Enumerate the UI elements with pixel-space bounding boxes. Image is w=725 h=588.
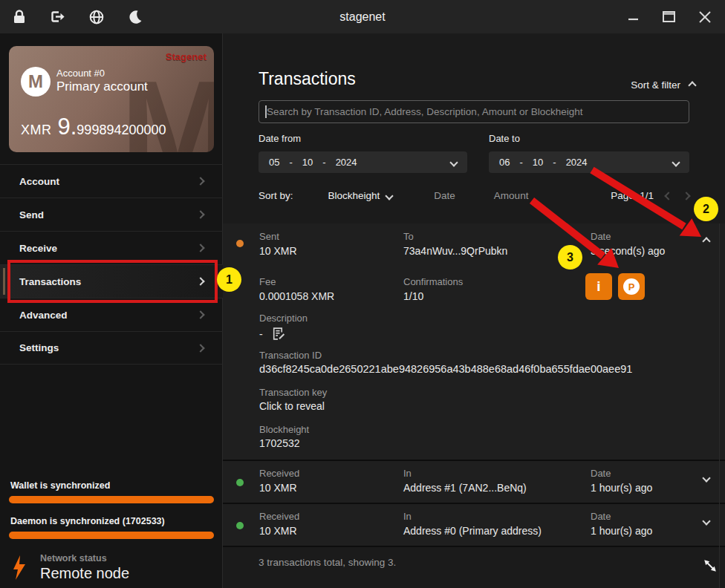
chevron-right-icon bbox=[196, 210, 204, 218]
txid-label: Transaction ID bbox=[259, 350, 322, 361]
sent-status-dot bbox=[236, 240, 244, 247]
to-label: To bbox=[403, 231, 414, 242]
txid-value: d36cf8245ca0de2650221abe94826956a43b488e… bbox=[259, 363, 632, 375]
network-status-block[interactable]: Network status Remote node bbox=[12, 553, 129, 582]
titlebar: stagenet bbox=[0, 0, 725, 33]
minimize-button[interactable] bbox=[627, 10, 640, 24]
chevron-right-icon bbox=[196, 177, 204, 185]
moon-icon[interactable] bbox=[126, 8, 144, 26]
monero-logo-icon: M bbox=[21, 67, 51, 97]
page-prev-icon[interactable] bbox=[664, 192, 672, 200]
search-wrap bbox=[259, 100, 689, 123]
daemon-sync-status: Daemon is synchronized (1702533) bbox=[10, 516, 165, 526]
account-number: Account #0 bbox=[56, 68, 105, 79]
sort-filter-toggle[interactable]: Sort & filter bbox=[631, 79, 695, 91]
date-value: 1 hour(s) ago bbox=[591, 482, 652, 494]
date-label: Date bbox=[591, 468, 611, 479]
expand-row-icon[interactable] bbox=[702, 474, 710, 482]
edit-description-icon[interactable] bbox=[270, 326, 286, 342]
sidebar-item-receive[interactable]: Receive bbox=[0, 231, 223, 264]
sidebar-item-account[interactable]: Account bbox=[0, 164, 223, 197]
blockheight-label: Blockheight bbox=[259, 424, 309, 435]
daemon-sync-bar bbox=[9, 532, 214, 539]
resize-cursor-icon bbox=[702, 558, 718, 577]
txkey-reveal[interactable]: Click to reveal bbox=[259, 400, 325, 412]
search-input[interactable] bbox=[259, 100, 689, 123]
sidebar-item-settings[interactable]: Settings bbox=[0, 331, 223, 365]
network-badge: Stagenet bbox=[166, 51, 207, 62]
in-label: In bbox=[403, 468, 412, 479]
date-from-select[interactable]: 05-10-2024 bbox=[259, 151, 467, 173]
sidebar: M Stagenet M Account #0 Primary account … bbox=[0, 33, 223, 588]
sort-option-blockheight[interactable]: Blockheight bbox=[328, 190, 393, 201]
page-next-icon[interactable] bbox=[682, 192, 690, 200]
balance-fraction: 999894200000 bbox=[77, 122, 166, 138]
description-value: - bbox=[259, 328, 263, 340]
logout-icon[interactable] bbox=[49, 8, 67, 26]
balance: XMR 9. 999894200000 bbox=[21, 114, 166, 140]
wallet-sync-status: Wallet is synchronized bbox=[10, 480, 110, 491]
received-status-dot bbox=[236, 522, 244, 529]
transaction-row-received-2[interactable]: Received 10 XMR In Address #0 (Primary a… bbox=[223, 504, 725, 547]
chevron-down-icon bbox=[386, 192, 394, 200]
expand-row-icon[interactable] bbox=[702, 517, 710, 525]
in-address: Address #1 (7AN2...BeNq) bbox=[403, 482, 527, 494]
main-panel: Transactions Sort & filter Date from Dat… bbox=[223, 33, 725, 588]
tx-details-button[interactable]: i bbox=[585, 273, 612, 300]
tx-proof-button[interactable]: P bbox=[618, 273, 645, 300]
transaction-row-sent[interactable]: Sent 10 XMR To 73a4nWuv...9QrPubkn Date … bbox=[223, 223, 725, 461]
date-to-select[interactable]: 06-10-2024 bbox=[489, 151, 689, 173]
chevron-up-icon bbox=[688, 81, 696, 89]
sidebar-nav: Account Send Receive Transactions Advanc… bbox=[0, 164, 223, 365]
sort-by-label: Sort by: bbox=[259, 190, 293, 201]
wallet-sync-bar bbox=[9, 496, 214, 503]
chevron-down-icon bbox=[672, 158, 680, 166]
balance-currency: XMR bbox=[21, 122, 52, 138]
date-value: 1 hour(s) ago bbox=[591, 525, 652, 537]
fee-value: 0.0001058 XMR bbox=[259, 290, 334, 302]
close-button[interactable] bbox=[698, 10, 712, 24]
page-indicator: Page: 1/1 bbox=[611, 190, 654, 201]
txkey-label: Transaction key bbox=[259, 387, 327, 398]
chevron-down-icon bbox=[449, 158, 458, 166]
network-status-label: Network status bbox=[40, 553, 129, 564]
received-status-dot bbox=[236, 479, 244, 486]
in-address: Address #0 (Primary address) bbox=[403, 525, 542, 537]
text-caret bbox=[265, 105, 267, 118]
sidebar-item-advanced[interactable]: Advanced bbox=[0, 298, 223, 331]
sent-amount: 10 XMR bbox=[259, 245, 297, 257]
transaction-list: Sent 10 XMR To 73a4nWuv...9QrPubkn Date … bbox=[223, 223, 725, 547]
description-label: Description bbox=[259, 313, 308, 324]
blockheight-value: 1702532 bbox=[259, 437, 300, 449]
fee-label: Fee bbox=[259, 276, 276, 287]
to-address: 73a4nWuv...9QrPubkn bbox=[403, 245, 507, 257]
confirmations-value: 1/10 bbox=[403, 290, 423, 302]
date-value: 3 second(s) ago bbox=[591, 245, 665, 257]
lightning-bolt-icon bbox=[12, 555, 27, 580]
scroll-edge bbox=[719, 223, 720, 588]
date-from-label: Date from bbox=[259, 133, 301, 144]
account-card: M Stagenet M Account #0 Primary account … bbox=[9, 46, 214, 152]
chevron-right-icon bbox=[196, 244, 204, 252]
date-label: Date bbox=[591, 511, 611, 522]
account-name: Primary account bbox=[56, 79, 148, 94]
received-label: Received bbox=[259, 511, 299, 522]
received-amount: 10 XMR bbox=[259, 525, 297, 537]
maximize-button[interactable] bbox=[663, 10, 676, 24]
info-icon: i bbox=[596, 278, 600, 295]
sort-option-amount[interactable]: Amount bbox=[494, 190, 529, 201]
sort-option-date[interactable]: Date bbox=[434, 190, 455, 201]
chevron-right-icon bbox=[196, 277, 204, 285]
transaction-row-received-1[interactable]: Received 10 XMR In Address #1 (7AN2...Be… bbox=[223, 461, 725, 504]
sort-row: Sort by: Blockheight Date Amount Page: 1… bbox=[259, 190, 689, 201]
chevron-right-icon bbox=[196, 344, 204, 352]
collapse-row-icon[interactable] bbox=[702, 237, 710, 245]
transactions-summary: 3 transactions total, showing 3. bbox=[259, 557, 396, 568]
lock-icon[interactable] bbox=[10, 8, 28, 26]
sent-label: Sent bbox=[259, 231, 279, 242]
globe-icon[interactable] bbox=[88, 8, 105, 26]
sidebar-item-transactions[interactable]: Transactions bbox=[0, 264, 223, 298]
sidebar-item-send[interactable]: Send bbox=[0, 197, 223, 231]
received-amount: 10 XMR bbox=[259, 482, 297, 494]
network-status-value: Remote node bbox=[40, 565, 129, 582]
